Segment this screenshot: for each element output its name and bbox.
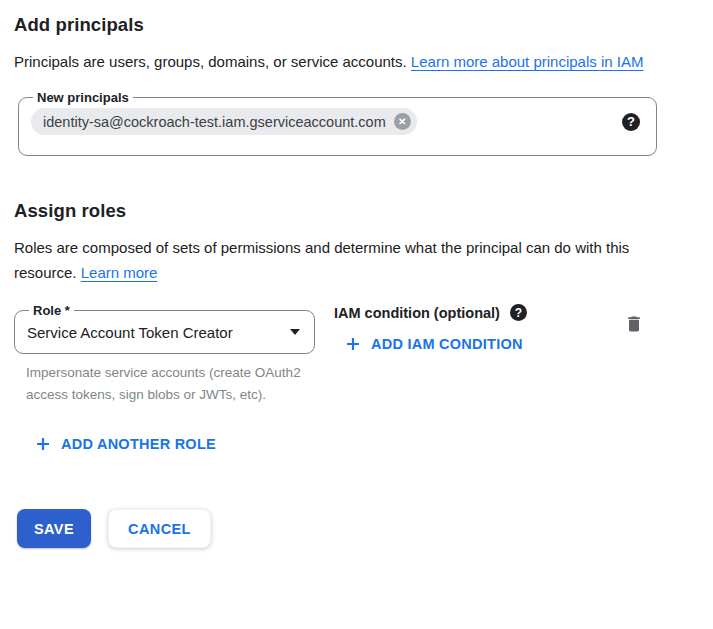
add-principals-description-text: Principals are users, groups, domains, o… [14, 53, 407, 70]
role-row: Role * Service Account Token Creator Imp… [14, 303, 699, 406]
role-select-value-row: Service Account Token Creator [27, 318, 302, 346]
assign-roles-section: Assign roles Roles are composed of sets … [14, 200, 699, 452]
role-helper-text: Impersonate service accounts (create OAu… [26, 362, 312, 406]
new-principals-help-icon[interactable]: ? [622, 113, 640, 131]
add-iam-condition-label: ADD IAM CONDITION [371, 336, 523, 352]
add-principals-description: Principals are users, groups, domains, o… [14, 49, 666, 74]
role-select[interactable]: Role * Service Account Token Creator [14, 303, 315, 354]
trash-icon [624, 314, 644, 334]
iam-condition-column: IAM condition (optional) ? ADD IAM CONDI… [334, 303, 527, 352]
add-principals-panel: Add principals Principals are users, gro… [0, 0, 713, 548]
delete-role-column [624, 303, 644, 338]
delete-role-button[interactable] [624, 314, 644, 334]
iam-condition-help-icon[interactable]: ? [510, 304, 527, 321]
new-principals-row: identity-sa@cockroach-test.iam.gservicea… [31, 108, 644, 135]
iam-condition-label-row: IAM condition (optional) ? [334, 304, 527, 321]
principal-chip[interactable]: identity-sa@cockroach-test.iam.gservicea… [31, 108, 417, 135]
plus-icon [36, 437, 50, 451]
cancel-button[interactable]: CANCEL [108, 509, 211, 548]
learn-more-principals-link[interactable]: Learn more about principals in IAM [411, 53, 644, 70]
add-principals-title: Add principals [14, 14, 699, 36]
role-select-label: Role * [29, 303, 74, 318]
assign-roles-title: Assign roles [14, 200, 699, 222]
principal-chip-label: identity-sa@cockroach-test.iam.gservicea… [43, 114, 386, 130]
role-column: Role * Service Account Token Creator Imp… [14, 303, 315, 406]
new-principals-label: New principals [33, 90, 133, 105]
save-button[interactable]: SAVE [17, 509, 91, 548]
assign-roles-description: Roles are composed of sets of permission… [14, 235, 666, 285]
learn-more-roles-link[interactable]: Learn more [81, 264, 158, 281]
plus-icon [346, 337, 360, 351]
dropdown-arrow-icon [290, 329, 300, 335]
add-iam-condition-button[interactable]: ADD IAM CONDITION [346, 336, 523, 352]
new-principals-field[interactable]: New principals identity-sa@cockroach-tes… [18, 90, 657, 156]
chip-remove-icon[interactable]: ✕ [394, 113, 411, 130]
role-select-value: Service Account Token Creator [27, 324, 233, 341]
iam-condition-label: IAM condition (optional) [334, 305, 500, 321]
add-another-role-button[interactable]: ADD ANOTHER ROLE [36, 436, 216, 452]
add-another-role-label: ADD ANOTHER ROLE [61, 436, 216, 452]
dialog-actions: SAVE CANCEL [17, 509, 699, 548]
